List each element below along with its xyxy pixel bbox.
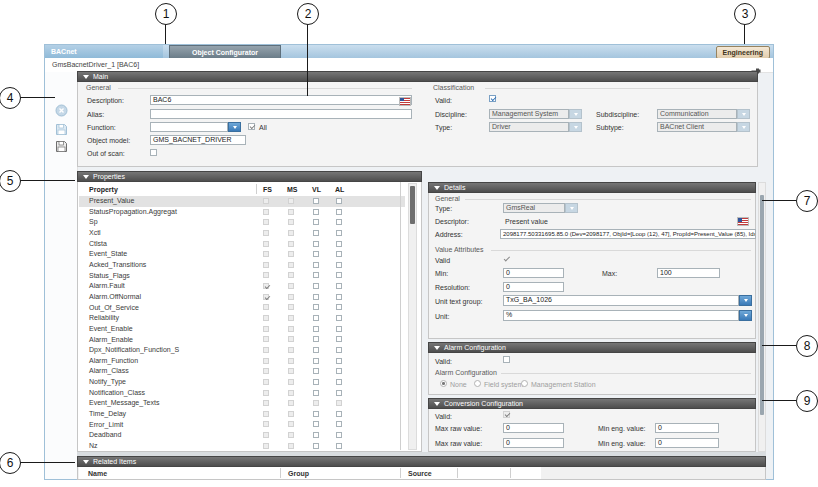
ms-checkbox[interactable] (288, 368, 294, 374)
al-checkbox[interactable] (336, 443, 342, 449)
type-dropdown-button[interactable] (569, 122, 582, 132)
related-column-group[interactable]: Group (288, 469, 309, 478)
al-checkbox[interactable] (336, 294, 342, 300)
fs-checkbox[interactable] (263, 198, 269, 204)
table-row[interactable]: Out_Of_Service (79, 302, 405, 313)
details-section-header[interactable]: Details (428, 182, 756, 193)
vl-checkbox[interactable] (313, 347, 319, 353)
table-row[interactable]: Nz (79, 441, 405, 450)
classification-valid-checkbox[interactable] (489, 95, 496, 102)
fs-checkbox[interactable] (263, 219, 269, 225)
table-row[interactable]: Error_Limit (79, 419, 405, 430)
table-row[interactable]: StatusPropagation.Aggregat (79, 207, 405, 218)
table-row[interactable]: Alarm_Enable (79, 334, 405, 345)
fs-checkbox[interactable] (263, 421, 269, 427)
ms-checkbox[interactable] (288, 241, 294, 247)
al-checkbox[interactable] (336, 241, 342, 247)
details-type-dropdown-button[interactable] (565, 203, 578, 213)
alarm-valid-checkbox[interactable] (503, 356, 510, 363)
subtype-select[interactable]: BACnet Client (657, 122, 737, 132)
vl-checkbox[interactable] (313, 283, 319, 289)
alarm-config-section-header[interactable]: Alarm Configuration (428, 342, 756, 353)
tab-object-configurator[interactable]: Object Configurator (169, 45, 281, 58)
min-eng-value-field-2[interactable]: 0 (655, 438, 719, 448)
ms-checkbox[interactable] (288, 358, 294, 364)
table-row[interactable]: Alarm.Fault (79, 281, 405, 292)
column-divider[interactable] (400, 468, 401, 478)
vl-checkbox[interactable] (313, 379, 319, 385)
column-divider[interactable] (510, 468, 511, 478)
max-raw-value-field[interactable]: 0 (503, 423, 564, 433)
ms-checkbox[interactable] (288, 304, 294, 310)
al-checkbox[interactable] (336, 209, 342, 215)
fs-checkbox[interactable] (263, 368, 269, 374)
ms-checkbox[interactable] (288, 379, 294, 385)
main-section-header[interactable]: Main (77, 71, 758, 82)
ms-checkbox[interactable] (288, 272, 294, 278)
table-row[interactable]: Event_Message_Texts (79, 398, 405, 409)
al-checkbox[interactable] (336, 411, 342, 417)
tab-bacnet[interactable]: BACnet (45, 45, 163, 58)
fs-checkbox[interactable] (263, 347, 269, 353)
fs-checkbox[interactable] (263, 390, 269, 396)
vl-checkbox[interactable] (313, 400, 319, 406)
column-divider[interactable] (457, 468, 458, 478)
fs-checkbox[interactable] (263, 304, 269, 310)
vl-checkbox[interactable] (313, 198, 319, 204)
ms-checkbox[interactable] (288, 294, 294, 300)
column-property[interactable]: Property (89, 185, 118, 194)
out-of-scan-checkbox[interactable] (150, 149, 157, 156)
function-select[interactable] (150, 122, 228, 132)
vl-checkbox[interactable] (313, 209, 319, 215)
table-row[interactable]: Time_Delay (79, 409, 405, 420)
ms-checkbox[interactable] (288, 262, 294, 268)
table-row[interactable]: Ctlsta (79, 239, 405, 250)
vl-checkbox[interactable] (313, 390, 319, 396)
ms-checkbox[interactable] (288, 347, 294, 353)
vl-checkbox[interactable] (313, 272, 319, 278)
fs-checkbox[interactable] (263, 326, 269, 332)
vl-checkbox[interactable] (313, 294, 319, 300)
properties-section-header[interactable]: Properties (77, 171, 422, 182)
vl-checkbox[interactable] (313, 251, 319, 257)
fs-checkbox[interactable] (263, 294, 269, 300)
vl-checkbox[interactable] (313, 421, 319, 427)
discipline-dropdown-button[interactable] (569, 109, 582, 119)
fs-checkbox[interactable] (263, 400, 269, 406)
fs-checkbox[interactable] (263, 209, 269, 215)
vl-checkbox[interactable] (313, 241, 319, 247)
al-checkbox[interactable] (336, 219, 342, 225)
unit-text-group-select[interactable]: TxG_BA_1026 (503, 295, 739, 306)
discard-icon[interactable] (55, 103, 68, 121)
al-checkbox[interactable] (336, 272, 342, 278)
conversion-valid-checkbox[interactable] (503, 411, 510, 418)
vl-checkbox[interactable] (313, 230, 319, 236)
subdiscipline-select[interactable]: Communication (657, 109, 737, 119)
vl-checkbox[interactable] (313, 336, 319, 342)
table-row[interactable]: Sp (79, 217, 405, 228)
scrollbar-thumb[interactable] (410, 186, 415, 224)
related-column-source[interactable]: Source (408, 469, 432, 478)
address-field[interactable]: 2098177.50331695.85.0 (Dev=2098177, ObjI… (500, 229, 756, 239)
al-checkbox[interactable] (336, 336, 342, 342)
ms-checkbox[interactable] (288, 432, 294, 438)
details-type-select[interactable]: GmsReal (503, 203, 565, 213)
vl-checkbox[interactable] (313, 411, 319, 417)
table-row[interactable]: Alarm.OffNormal (79, 292, 405, 303)
fs-checkbox[interactable] (263, 411, 269, 417)
radio-field-system[interactable] (474, 380, 481, 387)
vl-checkbox[interactable] (313, 219, 319, 225)
min-field[interactable]: 0 (503, 268, 564, 278)
table-row[interactable]: Status_Flags (79, 270, 405, 281)
al-checkbox[interactable] (336, 432, 342, 438)
va-valid-checkmark[interactable] (503, 255, 511, 263)
ms-checkbox[interactable] (288, 411, 294, 417)
fs-checkbox[interactable] (263, 283, 269, 289)
resolution-field[interactable]: 0 (503, 282, 564, 292)
ms-checkbox[interactable] (288, 443, 294, 449)
fs-checkbox[interactable] (263, 379, 269, 385)
column-divider[interactable] (280, 468, 281, 478)
ms-checkbox[interactable] (288, 336, 294, 342)
fs-checkbox[interactable] (263, 432, 269, 438)
discipline-select[interactable]: Management System (489, 109, 569, 119)
